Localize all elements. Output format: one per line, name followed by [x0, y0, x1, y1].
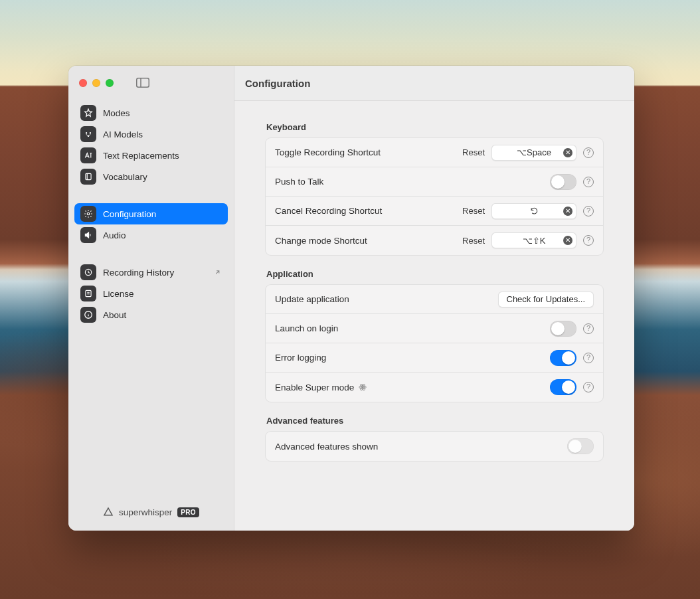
- about-icon: [80, 307, 96, 323]
- help-icon[interactable]: ?: [583, 382, 594, 392]
- sidebar-item-label: Audio: [103, 230, 126, 240]
- sidebar-group-1: Modes AI Models Text Replacements Vocabu…: [68, 100, 234, 190]
- row-label: Cancel Recording Shortcut: [275, 206, 456, 216]
- panel-advanced: Advanced features shown: [265, 431, 604, 462]
- sidebar-item-label: Text Replacements: [103, 151, 179, 161]
- close-window-button[interactable]: [79, 79, 87, 87]
- sidebar-item-vocabulary[interactable]: Vocabulary: [74, 166, 228, 187]
- sidebar-item-audio[interactable]: Audio: [74, 224, 228, 246]
- sidebar-item-modes[interactable]: Modes: [74, 102, 228, 124]
- sidebar-group-3: Recording History License About: [68, 259, 234, 328]
- sidebar-item-about[interactable]: About: [74, 304, 228, 325]
- row-label: Toggle Recording Shortcut: [275, 147, 456, 157]
- panel-keyboard: Toggle Recording Shortcut Reset ⌥Space ✕…: [265, 137, 604, 256]
- button-label: Check for Updates...: [507, 294, 586, 304]
- row-label: Error logging: [275, 353, 543, 363]
- brand-name: superwhisper: [119, 507, 172, 517]
- row-error-logging: Error logging ?: [266, 343, 603, 373]
- sidebar-item-ai-models[interactable]: AI Models: [74, 124, 228, 145]
- page-title: Configuration: [234, 66, 634, 100]
- row-label: Update application: [275, 294, 491, 304]
- shortcut-cancel-recording[interactable]: ✕: [491, 203, 576, 219]
- toggle-advanced-shown[interactable]: [567, 438, 594, 454]
- external-link-icon: [214, 269, 221, 276]
- shortcut-value: ⌥Space: [517, 147, 551, 157]
- sidebar-item-label: License: [103, 289, 134, 299]
- sidebar-group-2: Configuration Audio: [68, 201, 234, 248]
- settings-window: Modes AI Models Text Replacements Vocabu…: [68, 66, 634, 531]
- row-label: Advanced features shown: [275, 442, 561, 452]
- row-push-to-talk: Push to Talk ?: [266, 167, 603, 197]
- sidebar-item-label: AI Models: [103, 129, 143, 139]
- content-area: Keyboard Toggle Recording Shortcut Reset…: [234, 100, 634, 531]
- row-label: Push to Talk: [275, 177, 543, 187]
- help-icon[interactable]: ?: [583, 323, 594, 334]
- configuration-icon: [80, 206, 96, 222]
- section-title-keyboard: Keyboard: [266, 122, 604, 132]
- row-toggle-recording: Toggle Recording Shortcut Reset ⌥Space ✕…: [266, 138, 603, 167]
- pro-badge: PRO: [177, 507, 199, 517]
- help-icon[interactable]: ?: [583, 177, 594, 187]
- vocabulary-icon: [80, 169, 96, 185]
- row-label: Launch on login: [275, 323, 543, 333]
- help-icon[interactable]: ?: [583, 235, 594, 246]
- toggle-launch-on-login[interactable]: [550, 321, 576, 337]
- sidebar-item-label: Vocabulary: [103, 172, 147, 182]
- sidebar-item-label: Modes: [103, 108, 130, 118]
- minimize-window-button[interactable]: [92, 79, 100, 87]
- zoom-window-button[interactable]: [106, 79, 114, 87]
- svg-point-3: [90, 132, 91, 133]
- row-label-text: Enable Super mode: [275, 383, 354, 392]
- shortcut-toggle-recording[interactable]: ⌥Space ✕: [491, 145, 576, 161]
- clear-shortcut-icon[interactable]: ✕: [563, 207, 572, 216]
- panel-application: Update application Check for Updates... …: [265, 284, 604, 402]
- shortcut-value: ⌥⇧K: [523, 236, 546, 246]
- check-updates-button[interactable]: Check for Updates...: [498, 292, 594, 307]
- section-title-advanced: Advanced features: [266, 416, 604, 426]
- toggle-super-mode[interactable]: [550, 379, 576, 395]
- toggle-sidebar-icon[interactable]: [136, 78, 149, 88]
- history-icon: [80, 264, 96, 280]
- sidebar-item-label: About: [103, 310, 126, 320]
- toggle-push-to-talk[interactable]: [550, 174, 576, 190]
- license-icon: [80, 286, 96, 301]
- shortcut-change-mode[interactable]: ⌥⇧K ✕: [491, 232, 576, 248]
- reset-change-mode[interactable]: Reset: [462, 236, 485, 246]
- ai-models-icon: [80, 126, 96, 142]
- sidebar-item-recording-history[interactable]: Recording History: [74, 262, 228, 283]
- sidebar-item-label: Recording History: [103, 268, 174, 278]
- help-icon[interactable]: ?: [583, 147, 594, 158]
- row-cancel-recording: Cancel Recording Shortcut Reset ✕ ?: [266, 197, 603, 226]
- svg-point-6: [87, 213, 90, 215]
- sidebar-item-text-replacements[interactable]: Text Replacements: [74, 145, 228, 166]
- clear-shortcut-icon[interactable]: ✕: [563, 148, 572, 157]
- row-update-application: Update application Check for Updates...: [266, 285, 603, 314]
- row-label: Enable Super mode: [275, 383, 543, 392]
- sidebar-footer: superwhisper PRO: [68, 496, 234, 531]
- reset-toggle-recording[interactable]: Reset: [462, 147, 485, 157]
- undo-icon: [530, 207, 539, 215]
- svg-point-2: [86, 132, 87, 133]
- help-icon[interactable]: ?: [583, 353, 594, 363]
- toggle-error-logging[interactable]: [550, 350, 576, 366]
- brand-logo-icon: [103, 507, 114, 517]
- help-icon[interactable]: ?: [583, 206, 594, 216]
- sidebar: Modes AI Models Text Replacements Vocabu…: [68, 66, 234, 531]
- section-title-application: Application: [266, 269, 604, 279]
- row-label: Change mode Shortcut: [275, 236, 456, 246]
- window-controls: [68, 75, 234, 100]
- audio-icon: [80, 227, 96, 243]
- row-launch-on-login: Launch on login ?: [266, 314, 603, 343]
- row-enable-super-mode: Enable Super mode ?: [266, 373, 603, 402]
- sidebar-item-configuration[interactable]: Configuration: [74, 203, 228, 224]
- svg-point-10: [362, 386, 363, 388]
- svg-rect-0: [137, 78, 149, 88]
- reset-cancel-recording[interactable]: Reset: [462, 206, 485, 216]
- main-pane: Configuration Keyboard Toggle Recording …: [234, 66, 634, 531]
- row-change-mode: Change mode Shortcut Reset ⌥⇧K ✕ ?: [266, 226, 603, 255]
- sidebar-item-license[interactable]: License: [74, 283, 228, 304]
- text-replacements-icon: [80, 147, 96, 163]
- sidebar-item-label: Configuration: [103, 209, 156, 219]
- clear-shortcut-icon[interactable]: ✕: [563, 236, 572, 245]
- row-advanced-shown: Advanced features shown: [266, 432, 603, 461]
